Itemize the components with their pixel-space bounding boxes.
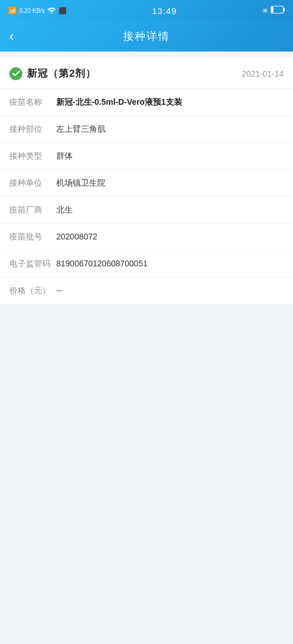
detail-value: -- (56, 285, 284, 297)
status-bar: 📶 0.20 KB/s ⬛ 13:49 ✳ (0, 0, 293, 21)
page-header: ‹ 接种详情 (0, 21, 293, 52)
page-title: 接种详情 (123, 29, 170, 43)
detail-row: 电子监管码81900670120608700051 (0, 251, 293, 278)
vaccination-card: 新冠（第2剂） 2021-01-14 疫苗名称新冠-北生-0.5ml-D-Ver… (0, 57, 293, 304)
status-bar-left: 📶 0.20 KB/s ⬛ (8, 6, 67, 15)
detail-row: 疫苗名称新冠-北生-0.5ml-D-Vero液预1支装 (0, 89, 293, 116)
status-bar-right: ✳ (262, 6, 285, 15)
detail-rows: 疫苗名称新冠-北生-0.5ml-D-Vero液预1支装接种部位左上臂三角肌接种类… (0, 89, 293, 304)
network-speed: 0.20 KB/s (19, 8, 45, 14)
status-time: 13:49 (152, 6, 177, 16)
detail-value: 新冠-北生-0.5ml-D-Vero液预1支装 (56, 96, 284, 108)
detail-row: 接种单位机场镇卫生院 (0, 170, 293, 197)
detail-label: 接种类型 (9, 150, 56, 162)
detail-label: 疫苗批号 (9, 231, 56, 243)
wifi-icon (47, 6, 56, 15)
signal-icon: 📶 (8, 6, 17, 15)
detail-row: 疫苗批号202008072 (0, 224, 293, 251)
svg-rect-2 (272, 7, 274, 13)
detail-value: 群体 (56, 150, 284, 162)
detail-label: 接种单位 (9, 177, 56, 189)
detail-label: 价格（元） (9, 285, 56, 297)
content-area: 新冠（第2剂） 2021-01-14 疫苗名称新冠-北生-0.5ml-D-Ver… (0, 52, 293, 644)
sim-icon: ⬛ (59, 7, 67, 15)
bluetooth-icon: ✳ (262, 6, 268, 15)
detail-row: 接种类型群体 (0, 143, 293, 170)
detail-value: 左上臂三角肌 (56, 123, 284, 135)
detail-value: 81900670120608700051 (56, 258, 284, 270)
detail-value: 202008072 (56, 231, 284, 243)
vaccine-title-left: 新冠（第2剂） (9, 67, 96, 80)
vaccine-title-row: 新冠（第2剂） 2021-01-14 (0, 57, 293, 89)
detail-label: 电子监管码 (9, 258, 56, 270)
detail-label: 疫苗厂商 (9, 204, 56, 216)
detail-label: 接种部位 (9, 123, 56, 135)
svg-rect-1 (284, 8, 285, 12)
detail-row: 疫苗厂商北生 (0, 197, 293, 224)
detail-row: 价格（元）-- (0, 278, 293, 304)
check-icon (9, 67, 22, 80)
vaccine-name: 新冠（第2剂） (27, 67, 96, 80)
detail-value: 北生 (56, 204, 284, 216)
detail-value: 机场镇卫生院 (56, 177, 284, 189)
detail-row: 接种部位左上臂三角肌 (0, 116, 293, 143)
vaccination-date: 2021-01-14 (241, 69, 284, 78)
detail-label: 疫苗名称 (9, 96, 56, 108)
back-button[interactable]: ‹ (9, 29, 14, 43)
battery-icon (271, 6, 285, 15)
